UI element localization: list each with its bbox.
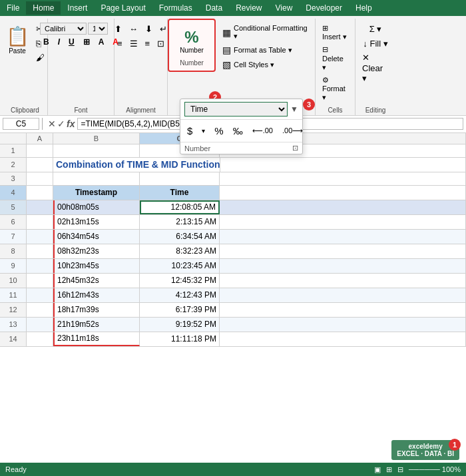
cell-b1[interactable] — [53, 144, 140, 157]
cancel-formula-icon[interactable]: ✕ — [48, 119, 56, 129]
format-cells-button[interactable]: ⚙ Format ▾ — [320, 75, 351, 104]
cell-a7[interactable] — [27, 230, 53, 244]
cell-c5-selected[interactable]: 12:08:05 AM — [140, 200, 220, 214]
increase-decimal-icon[interactable]: .00⟶ — [280, 125, 306, 136]
page-break-view-icon[interactable]: ⊟ — [397, 465, 403, 474]
merge-button[interactable]: ⊡ — [154, 37, 167, 51]
cell-b7[interactable]: 06h34m54s — [53, 230, 140, 244]
cell-c13[interactable]: 9:19:52 PM — [140, 318, 220, 332]
cell-a8[interactable] — [27, 244, 53, 258]
row-num-11[interactable]: 11 — [0, 288, 26, 303]
dropdown-arrow-icon[interactable]: ▼ — [290, 105, 298, 114]
menu-page-layout[interactable]: Page Layout — [94, 1, 152, 15]
cell-a2[interactable] — [27, 158, 53, 172]
row-num-7[interactable]: 7 — [0, 230, 26, 244]
menu-view[interactable]: View — [269, 1, 300, 15]
number-format-button[interactable]: % Number — [177, 25, 206, 57]
confirm-formula-icon[interactable]: ✓ — [57, 119, 65, 129]
cell-a5[interactable] — [27, 200, 53, 214]
align-middle-button[interactable]: ↔ — [126, 23, 140, 36]
col-header-b[interactable]: B — [53, 133, 140, 144]
cell-a11[interactable] — [27, 288, 53, 302]
cell-styles-button[interactable]: ▧ Cell Styles ▾ — [220, 58, 311, 71]
menu-help[interactable]: Help — [349, 1, 379, 15]
row-num-3[interactable]: 3 — [0, 172, 26, 186]
cell-b3[interactable] — [53, 172, 140, 185]
align-left-button[interactable]: ≡ — [115, 37, 125, 51]
italic-button[interactable]: I — [55, 36, 63, 48]
insert-function-icon[interactable]: fx — [67, 119, 75, 129]
row-num-5[interactable]: 5 — [0, 200, 26, 215]
bold-button[interactable]: B — [40, 36, 53, 48]
fill-color-button[interactable]: A — [95, 36, 108, 48]
fill-button[interactable]: ↓ Fill ▾ — [360, 37, 390, 51]
paste-button[interactable]: 📋 Paste — [3, 23, 32, 65]
font-name-select[interactable]: Calibri — [40, 23, 87, 35]
menu-review[interactable]: Review — [229, 1, 268, 15]
menu-file[interactable]: File — [0, 1, 26, 15]
row-num-6[interactable]: 6 — [0, 215, 26, 230]
normal-view-icon[interactable]: ▣ — [374, 465, 381, 474]
cell-c14[interactable]: 11:11:18 PM — [140, 332, 220, 346]
zoom-slider[interactable]: ────── 100% — [409, 465, 461, 474]
menu-formulas[interactable]: Formulas — [152, 1, 199, 15]
currency-dropdown-icon[interactable]: ▾ — [199, 126, 208, 136]
decrease-decimal-icon[interactable]: ⟵.00 — [250, 125, 276, 136]
cell-b13[interactable]: 21h19m52s — [53, 318, 140, 332]
page-layout-view-icon[interactable]: ⊞ — [386, 465, 392, 474]
align-right-button[interactable]: ≡ — [142, 37, 153, 51]
number-format-select[interactable]: Time — [184, 102, 288, 117]
cell-b12[interactable]: 18h17m39s — [53, 303, 140, 317]
row-num-2[interactable]: 2 — [0, 158, 26, 172]
cell-c11[interactable]: 4:12:43 PM — [140, 288, 220, 302]
cell-c10[interactable]: 12:45:32 PM — [140, 274, 220, 288]
cell-b11[interactable]: 16h12m43s — [53, 288, 140, 302]
cell-c8[interactable]: 8:32:23 AM — [140, 244, 220, 258]
border-button[interactable]: ⊞ — [80, 36, 93, 48]
col-header-a[interactable]: A — [27, 133, 53, 144]
menu-developer[interactable]: Developer — [299, 1, 349, 15]
percent-symbol[interactable]: % — [212, 124, 226, 138]
cell-c7[interactable]: 6:34:54 AM — [140, 230, 220, 244]
underline-button[interactable]: U — [65, 36, 78, 48]
insert-cells-button[interactable]: ⊞ Insert ▾ — [320, 23, 351, 43]
expand-number-format-icon[interactable]: ⊡ — [292, 144, 298, 152]
cell-c4-header[interactable]: Time — [140, 186, 220, 200]
cell-b9[interactable]: 10h23m45s — [53, 259, 140, 273]
cell-c3[interactable] — [140, 172, 220, 185]
delete-cells-button[interactable]: ⊟ Delete ▾ — [320, 44, 351, 73]
row-num-1[interactable]: 1 — [0, 144, 26, 158]
row-num-8[interactable]: 8 — [0, 244, 26, 259]
cell-b14[interactable]: 23h11m18s — [53, 332, 140, 346]
row-num-14[interactable]: 14 — [0, 332, 26, 347]
align-center-button[interactable]: ☰ — [127, 37, 140, 51]
cell-b5[interactable]: 00h08m05s — [53, 200, 140, 214]
row-num-9[interactable]: 9 — [0, 259, 26, 274]
cell-b10[interactable]: 12h45m32s — [53, 274, 140, 288]
row-num-4[interactable]: 4 — [0, 186, 26, 200]
row-num-12[interactable]: 12 — [0, 303, 26, 318]
cell-b6[interactable]: 02h13m15s — [53, 215, 140, 229]
cell-a9[interactable] — [27, 259, 53, 273]
menu-insert[interactable]: Insert — [61, 1, 94, 15]
cell-a13[interactable] — [27, 318, 53, 332]
menu-data[interactable]: Data — [199, 1, 229, 15]
cell-a12[interactable] — [27, 303, 53, 317]
cell-c12[interactable]: 6:17:39 PM — [140, 303, 220, 317]
comma-symbol[interactable]: ‰ — [230, 124, 246, 138]
align-bottom-button[interactable]: ⬇ — [142, 23, 155, 36]
cell-a6[interactable] — [27, 215, 53, 229]
autosum-button[interactable]: Σ ▾ — [367, 23, 385, 36]
currency-symbol[interactable]: $ — [184, 124, 195, 138]
cell-a14[interactable] — [27, 332, 53, 346]
cell-b8[interactable]: 08h32m23s — [53, 244, 140, 258]
cell-a10[interactable] — [27, 274, 53, 288]
format-as-table-button[interactable]: ▤ Format as Table ▾ — [220, 43, 311, 57]
cell-b2-title[interactable]: Combination of TIME & MID Functions — [53, 158, 220, 172]
cell-a1[interactable] — [27, 144, 53, 157]
cell-a4[interactable] — [27, 186, 53, 200]
font-size-select[interactable]: 11 — [88, 23, 108, 35]
row-num-13[interactable]: 13 — [0, 318, 26, 332]
cell-a3[interactable] — [27, 172, 53, 185]
cell-reference-input[interactable] — [3, 118, 39, 130]
